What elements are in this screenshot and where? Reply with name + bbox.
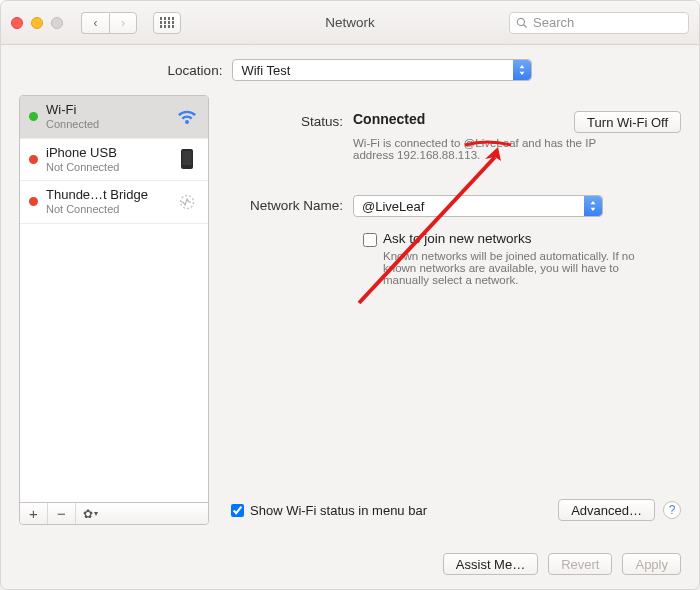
status-dot-icon: [29, 197, 38, 206]
wifi-icon: [175, 107, 199, 127]
advanced-button[interactable]: Advanced…: [558, 499, 655, 521]
gear-icon: ✿: [83, 507, 93, 521]
svg-rect-1: [183, 151, 192, 165]
status-dot-icon: [29, 155, 38, 164]
titlebar: ‹ › Network Search: [1, 1, 699, 45]
location-value: Wifi Test: [233, 63, 298, 78]
back-button[interactable]: ‹: [81, 12, 109, 34]
status-dot-icon: [29, 112, 38, 121]
revert-button[interactable]: Revert: [548, 553, 612, 575]
interface-sidebar: Wi-Fi Connected iPhone USB Not Connected: [19, 95, 209, 525]
search-icon: [516, 17, 528, 29]
thunderbolt-bridge-icon: [175, 192, 199, 212]
interface-name: iPhone USB: [46, 146, 167, 161]
interface-item-thunderbolt-bridge[interactable]: Thunde…t Bridge Not Connected: [20, 181, 208, 224]
interface-status: Not Connected: [46, 203, 167, 216]
interface-item-wifi[interactable]: Wi-Fi Connected: [20, 96, 208, 139]
dropdown-arrows-icon: [584, 196, 602, 216]
window-controls: [11, 17, 63, 29]
network-name-label: Network Name:: [227, 195, 353, 217]
chevron-down-icon: ▾: [94, 509, 98, 518]
chevron-right-icon: ›: [121, 16, 125, 30]
close-window-button[interactable]: [11, 17, 23, 29]
ask-to-join-help: Known networks will be joined automatica…: [383, 250, 663, 286]
interface-status: Not Connected: [46, 161, 167, 174]
detail-pane: Status: Connected Turn Wi-Fi Off Wi-Fi i…: [227, 95, 681, 525]
show-in-menubar-label: Show Wi-Fi status in menu bar: [250, 503, 427, 518]
interface-actions-menu[interactable]: ✿▾: [76, 503, 104, 524]
interface-name: Thunde…t Bridge: [46, 188, 167, 203]
status-description: Wi-Fi is connected to @LiveLeaf and has …: [353, 137, 633, 161]
interface-list: Wi-Fi Connected iPhone USB Not Connected: [20, 96, 208, 502]
chevron-left-icon: ‹: [94, 16, 98, 30]
show-in-menubar-checkbox[interactable]: [231, 504, 244, 517]
pane-footer: Show Wi-Fi status in menu bar Advanced… …: [227, 499, 681, 521]
interface-status: Connected: [46, 118, 167, 131]
dropdown-arrows-icon: [513, 60, 531, 80]
search-field[interactable]: Search: [509, 12, 689, 34]
network-name-value: @LiveLeaf: [354, 199, 432, 214]
ask-to-join-checkbox[interactable]: [363, 233, 377, 247]
minimize-window-button[interactable]: [31, 17, 43, 29]
ask-to-join-row: Ask to join new networks Known networks …: [363, 231, 681, 286]
location-label: Location:: [168, 63, 223, 78]
apply-button[interactable]: Apply: [622, 553, 681, 575]
phone-icon: [175, 149, 199, 169]
location-select[interactable]: Wifi Test: [232, 59, 532, 81]
body: Wi-Fi Connected iPhone USB Not Connected: [1, 95, 699, 525]
help-icon: ?: [669, 503, 676, 517]
turn-wifi-off-button[interactable]: Turn Wi-Fi Off: [574, 111, 681, 133]
network-name-select[interactable]: @LiveLeaf: [353, 195, 603, 217]
zoom-window-button[interactable]: [51, 17, 63, 29]
network-preferences-window: ‹ › Network Search Location: Wifi Test: [0, 0, 700, 590]
grid-icon: [160, 17, 175, 28]
add-interface-button[interactable]: +: [20, 503, 48, 524]
show-all-button[interactable]: [153, 12, 181, 34]
window-buttons: Assist Me… Revert Apply: [443, 553, 681, 575]
sidebar-toolbar: + − ✿▾: [20, 502, 208, 524]
network-name-section: Network Name: @LiveLeaf: [227, 195, 681, 217]
interface-item-iphone-usb[interactable]: iPhone USB Not Connected: [20, 139, 208, 182]
help-button[interactable]: ?: [663, 501, 681, 519]
nav-buttons: ‹ ›: [81, 12, 137, 34]
status-value: Connected: [353, 111, 425, 127]
status-section: Status: Connected Turn Wi-Fi Off Wi-Fi i…: [227, 111, 681, 161]
remove-interface-button[interactable]: −: [48, 503, 76, 524]
interface-name: Wi-Fi: [46, 103, 167, 118]
status-label: Status:: [227, 111, 353, 161]
ask-to-join-label: Ask to join new networks: [383, 231, 663, 246]
assist-me-button[interactable]: Assist Me…: [443, 553, 538, 575]
location-row: Location: Wifi Test: [1, 45, 699, 95]
forward-button[interactable]: ›: [109, 12, 137, 34]
search-placeholder: Search: [533, 15, 574, 30]
